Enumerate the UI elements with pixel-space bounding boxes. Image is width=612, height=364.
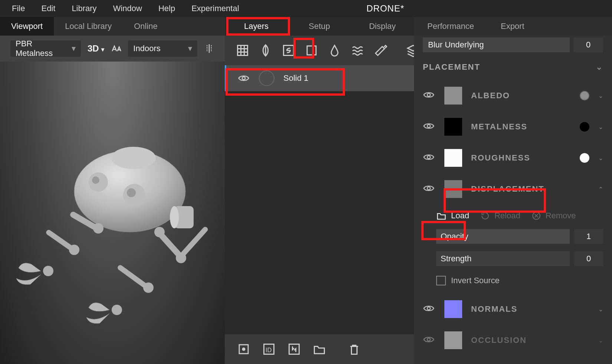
tab-performance[interactable]: Performance <box>414 17 487 36</box>
opacity-value[interactable]: 1 <box>574 229 603 244</box>
brush-icon[interactable] <box>374 43 387 58</box>
svg-rect-12 <box>45 229 79 254</box>
layer-row[interactable]: Solid 1 <box>225 65 414 91</box>
displacement-remove-button[interactable]: Remove <box>532 211 576 221</box>
chevron-down-icon[interactable]: ⌄ <box>598 92 603 99</box>
roughness-label: ROUGHNESS <box>471 153 571 163</box>
metalness-dot[interactable] <box>580 122 589 132</box>
roughness-dot[interactable] <box>580 153 589 163</box>
drop-icon[interactable] <box>328 43 341 58</box>
trash-icon[interactable] <box>346 341 362 357</box>
left-panel: Viewport Local Library Online PBR Metaln… <box>0 17 225 364</box>
menu-edit[interactable]: Edit <box>33 4 63 13</box>
eye-icon[interactable] <box>423 151 435 165</box>
channel-normals[interactable]: NORMALS ⌄ <box>414 294 612 325</box>
strength-row: Strength 0 <box>436 249 603 268</box>
layer-type-toolbar <box>225 36 414 65</box>
albedo-swatch[interactable] <box>444 87 462 105</box>
tab-local-library[interactable]: Local Library <box>54 17 123 36</box>
view-mode-toggle[interactable]: 3D ▾ <box>88 43 104 54</box>
layer-name[interactable]: Solid 1 <box>283 73 308 83</box>
svg-point-4 <box>92 176 99 184</box>
strength-label: Strength <box>436 251 570 266</box>
right-scroll[interactable]: Blur Underlying 0 PLACEMENT ⌄ ALBEDO ⌄ M <box>414 36 612 364</box>
viewport-toolbar: PBR Metalness ▾ 3D ▾ Indoors ▾ <box>0 36 225 62</box>
displacement-reload-button[interactable]: Reload <box>480 211 520 221</box>
albedo-dot[interactable] <box>580 91 589 100</box>
tab-setup[interactable]: Setup <box>288 17 351 36</box>
strength-value[interactable]: 0 <box>574 251 603 266</box>
channel-albedo[interactable]: ALBEDO ⌄ <box>414 80 612 111</box>
id-icon[interactable]: ID <box>261 341 277 357</box>
channel-occlusion[interactable]: OCCLUSION ⌄ <box>414 325 612 356</box>
invert-source-label: Invert Source <box>451 276 500 285</box>
tab-viewport[interactable]: Viewport <box>0 17 54 36</box>
leaf-icon[interactable] <box>259 43 272 58</box>
svg-point-2 <box>111 147 156 169</box>
menu-window[interactable]: Window <box>105 4 150 13</box>
menu-experimental[interactable]: Experimental <box>183 4 247 13</box>
right-tabbar: Performance Export <box>414 17 612 36</box>
svg-point-8 <box>170 206 179 228</box>
folder-icon[interactable] <box>312 341 327 357</box>
grid-icon[interactable] <box>236 43 249 58</box>
placement-label: PLACEMENT <box>423 62 480 72</box>
invert-source-row[interactable]: Invert Source <box>436 271 603 290</box>
right-panel: Performance Export Blur Underlying 0 PLA… <box>414 17 612 364</box>
eye-icon[interactable] <box>423 302 435 316</box>
chevron-up-icon[interactable]: ⌃ <box>598 186 603 193</box>
svg-point-32 <box>427 156 430 159</box>
eye-icon[interactable] <box>423 182 435 196</box>
eye-icon[interactable] <box>237 72 250 85</box>
eye-icon[interactable] <box>423 334 435 347</box>
environment-select[interactable]: Indoors ▾ <box>128 40 197 57</box>
chevron-down-icon[interactable]: ⌄ <box>598 123 603 130</box>
tab-layers[interactable]: Layers <box>225 17 288 36</box>
normals-swatch[interactable] <box>444 300 462 318</box>
tab-export[interactable]: Export <box>487 17 538 36</box>
blur-underlying-label: Blur Underlying <box>423 37 570 52</box>
reload-label: Reload <box>494 211 520 221</box>
chevron-down-icon[interactable]: ⌄ <box>598 155 603 162</box>
chevron-down-icon: ▾ <box>188 44 192 53</box>
occlusion-swatch[interactable] <box>444 331 462 349</box>
occlusion-label: OCCLUSION <box>471 335 589 345</box>
channel-displacement[interactable]: DISPLACEMENT ⌃ <box>414 173 612 205</box>
waves-icon[interactable] <box>351 43 364 58</box>
svg-point-24 <box>242 77 245 80</box>
s-box-icon[interactable] <box>282 43 295 58</box>
chevron-down-icon[interactable]: ⌄ <box>598 306 603 313</box>
tab-display-mid[interactable]: Display <box>351 17 414 36</box>
left-tabbar: Viewport Local Library Online <box>0 17 225 36</box>
svg-point-13 <box>43 266 53 276</box>
aa-icon[interactable] <box>111 43 121 54</box>
menu-file[interactable]: File <box>4 4 33 13</box>
menu-help[interactable]: Help <box>150 4 183 13</box>
placement-header[interactable]: PLACEMENT ⌄ <box>414 54 612 80</box>
displacement-load-button[interactable]: Load <box>436 211 469 221</box>
channel-roughness[interactable]: ROUGHNESS ⌄ <box>414 142 612 173</box>
swap-icon[interactable] <box>286 341 302 357</box>
eye-icon[interactable] <box>423 120 435 133</box>
chevron-down-icon[interactable]: ⌄ <box>598 337 603 344</box>
invert-source-checkbox[interactable] <box>436 276 446 285</box>
roughness-swatch[interactable] <box>444 149 462 167</box>
square-icon[interactable] <box>305 43 318 58</box>
remove-icon <box>532 211 541 221</box>
tab-online[interactable]: Online <box>123 17 169 36</box>
shading-mode-select[interactable]: PBR Metalness ▾ <box>10 40 81 57</box>
svg-rect-29 <box>289 344 299 354</box>
viewport-3d[interactable] <box>0 62 225 364</box>
channel-metalness[interactable]: METALNESS ⌄ <box>414 111 612 142</box>
remove-label: Remove <box>546 211 576 221</box>
divider-tool-icon[interactable] <box>204 43 214 54</box>
displacement-swatch[interactable] <box>444 180 462 198</box>
svg-point-30 <box>427 93 430 96</box>
eye-icon[interactable] <box>423 89 435 102</box>
blur-underlying-value[interactable]: 0 <box>573 37 603 52</box>
metalness-swatch[interactable] <box>444 118 462 136</box>
svg-rect-19 <box>116 264 152 292</box>
square-dot-icon[interactable] <box>236 341 251 357</box>
svg-point-36 <box>427 338 430 341</box>
menu-library[interactable]: Library <box>63 4 105 13</box>
